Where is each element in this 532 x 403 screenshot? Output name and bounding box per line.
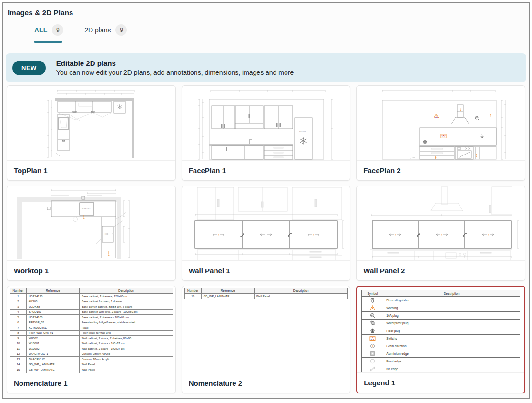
- nomenclature-2-title: Nomenclature 2: [182, 373, 350, 393]
- column-header: Number: [10, 288, 27, 294]
- card-nomenclature-2[interactable]: NumberReferenceDescription19GB_WP_LAMINA…: [182, 286, 351, 393]
- table-row: 9W8002Wall cabinet, 2 doors, 2 shelves, …: [10, 336, 173, 341]
- tab-bar: ALL 9 2D plans 9: [34, 24, 529, 43]
- wall-panel-2-thumbnail: [357, 186, 525, 260]
- nomenclature-1-table: NumberReferenceDescription1UD3S4120Base …: [10, 288, 173, 373]
- banner-title: Editable 2D plans: [56, 59, 294, 67]
- card-wall-panel-2[interactable]: Wall Panel 2: [356, 186, 525, 281]
- column-header: Number: [184, 288, 201, 294]
- editable-plans-banner: NEW Editable 2D plans You can now edit y…: [6, 53, 526, 82]
- wall-panel-2-title: Wall Panel 2: [357, 260, 525, 280]
- table-row: 11W10002Wall cabinet, 2 doors - 100x37 c…: [10, 346, 173, 351]
- wall-panel-1-title: Wall Panel 1: [182, 260, 350, 280]
- table-row: Aluminium edge: [362, 350, 520, 358]
- faceplan-1-thumbnail: FRIDGE: [182, 86, 350, 160]
- tab-all[interactable]: ALL 9: [34, 24, 63, 43]
- legend-1-title: Legend 1: [357, 372, 524, 393]
- page-title: Images & 2D Plans: [3, 3, 529, 17]
- table-row: 12DKACRYLIC_1Custom, 38mm Acrylic: [10, 351, 173, 357]
- worktop-1-title: Worktop 1: [7, 260, 175, 280]
- table-row: 7KET600CHXEHood: [10, 325, 173, 331]
- column-header: Reference: [201, 288, 254, 294]
- table-row: 5UD3S4100Base cabinet, 2 drawers - 100x6…: [10, 315, 173, 320]
- faceplan-2-thumbnail: [357, 86, 525, 160]
- topplan-1-title: TopPlan 1: [7, 160, 175, 180]
- faceplan-1-title: FacePlan 1: [182, 160, 350, 180]
- card-worktop-1[interactable]: WORKTOP2 HOB Worktop 1: [7, 186, 176, 281]
- banner-subtitle: You can now edit your 2D plans, add anno…: [56, 69, 294, 76]
- nomenclature-1-thumbnail: NumberReferenceDescription1UD3S4120Base …: [7, 286, 175, 373]
- no-edge-icon: [369, 366, 376, 372]
- images-2d-plans-panel: Images & 2D Plans ALL 9 2D plans 9 NEW E…: [2, 2, 530, 399]
- switch-icon: [369, 335, 376, 341]
- tab-2d-plans[interactable]: 2D plans 9: [84, 24, 127, 43]
- tab-all-label: ALL: [34, 26, 47, 34]
- card-faceplan-2[interactable]: FacePlan 2: [356, 85, 525, 181]
- faceplan-2-title: FacePlan 2: [357, 160, 525, 180]
- new-badge: NEW: [12, 61, 46, 75]
- table-row: 13DKACRYLICCustom, 38mm Acrylic: [10, 357, 173, 362]
- table-row: 4SPUD100Base cabinet with sink, 2 doors …: [10, 310, 173, 315]
- table-row: 6FRIDGE_02Freestanding fridge/freezer, s…: [10, 320, 173, 325]
- legend-1-table: SymbolDescriptionFire-extinguisherWarnin…: [361, 290, 520, 372]
- svg-text:FRIDGE: FRIDGE: [299, 131, 306, 133]
- nomenclature-1-title: Nomenclature 1: [7, 373, 175, 393]
- column-header: Symbol: [362, 290, 383, 297]
- table-row: 14GB_WP_LAMINATEWall Panel: [10, 362, 173, 367]
- tab-all-count-badge: 9: [52, 24, 63, 36]
- floor-plug-icon: [369, 328, 376, 334]
- column-header: Description: [80, 288, 173, 294]
- aluminium-edge-icon: [369, 351, 376, 357]
- topplan-1-thumbnail: [7, 86, 175, 160]
- table-row: 19GB_WP_LAMINATEWall Panel: [184, 294, 348, 299]
- warning-icon: [369, 305, 376, 311]
- plans-grid: TopPlan 1: [3, 85, 529, 393]
- card-wall-panel-1[interactable]: Wall Panel 1: [182, 186, 351, 281]
- plug-16a-icon: [369, 312, 376, 319]
- wall-panel-1-thumbnail: [182, 186, 350, 260]
- table-row: Waterproof plug: [362, 320, 520, 327]
- table-row: Switchs: [362, 335, 520, 342]
- table-row: 15GB_WP_LAMINATEWall Panel: [10, 367, 173, 372]
- card-topplan-1[interactable]: TopPlan 1: [7, 85, 176, 181]
- table-row: 10W10001Wall cabinet, 2 doors - 100x37 c…: [10, 341, 173, 346]
- legend-1-thumbnail: SymbolDescriptionFire-extinguisherWarnin…: [357, 287, 524, 372]
- nomenclature-2-table: NumberReferenceDescription19GB_WP_LAMINA…: [184, 288, 348, 299]
- column-header: Reference: [27, 288, 80, 294]
- svg-text:HOB: HOB: [105, 233, 108, 235]
- table-row: Front edge: [362, 358, 520, 365]
- fire-extinguisher-icon: [369, 297, 376, 303]
- svg-text:WORKTOP2: WORKTOP2: [82, 208, 90, 210]
- nomenclature-2-thumbnail: NumberReferenceDescription19GB_WP_LAMINA…: [182, 286, 350, 373]
- card-legend-1[interactable]: SymbolDescriptionFire-extinguisherWarnin…: [356, 286, 525, 393]
- table-row: Fire-extinguisher: [362, 297, 520, 304]
- card-faceplan-1[interactable]: FRIDGE FacePlan 1: [182, 85, 351, 181]
- table-row: Grain direction: [362, 342, 520, 350]
- front-edge-icon: [369, 358, 376, 364]
- card-nomenclature-1[interactable]: NumberReferenceDescription1UD3S4120Base …: [7, 286, 176, 393]
- table-row: 1UD3S4120Base cabinet, 3 drawers, 120x60…: [10, 294, 173, 299]
- tab-2d-plans-count-badge: 9: [115, 24, 127, 36]
- table-row: 8Filler_Wall_Unit_01Filler piece for wal…: [10, 331, 173, 336]
- column-header: Description: [383, 290, 520, 297]
- grain-direction-icon: [369, 343, 376, 349]
- tab-active-underline: [34, 41, 62, 43]
- waterproof-plug-icon: [369, 320, 376, 326]
- table-row: 24US60Base cabinet for oven, 1 drawer: [10, 299, 173, 304]
- column-header: Description: [254, 288, 348, 294]
- table-row: 16A plug: [362, 312, 520, 320]
- table-row: No edge: [362, 365, 520, 373]
- table-row: 3UEDK88Base corner cabinet, 88x88 cm, 2 …: [10, 304, 173, 310]
- table-row: Warning: [362, 304, 520, 312]
- tab-2d-plans-label: 2D plans: [84, 26, 111, 34]
- worktop-1-thumbnail: WORKTOP2 HOB: [7, 186, 175, 260]
- table-row: Floor plug: [362, 327, 520, 335]
